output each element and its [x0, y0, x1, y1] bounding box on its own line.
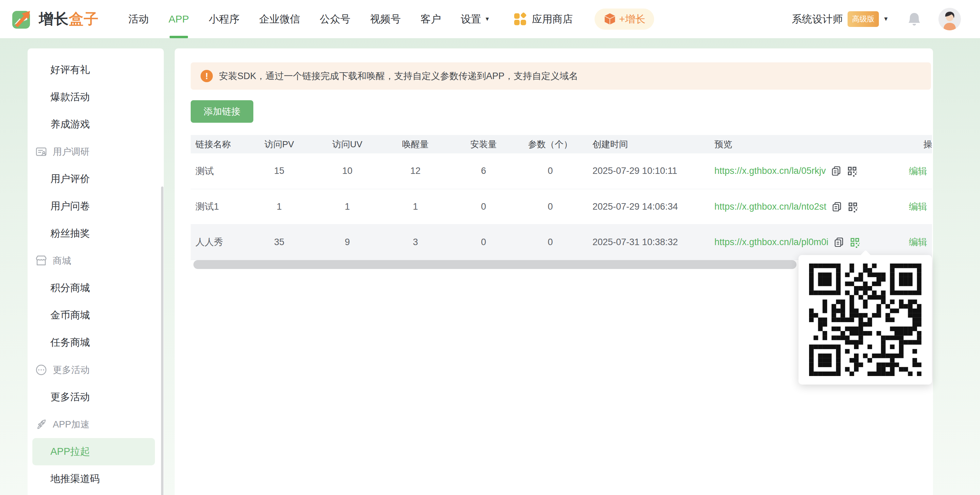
table-row: 测试 15 10 12 6 0 2025-07-29 10:10:11 http… — [191, 153, 932, 189]
sidebar-section-label: 用户调研 — [53, 145, 89, 158]
tab-huodong[interactable]: 活动 — [118, 0, 159, 38]
chevron-down-icon: ▼ — [485, 0, 490, 38]
cell-created: 2025-07-31 10:38:32 — [583, 224, 708, 260]
growth-plan-button[interactable]: +增长 — [595, 8, 654, 30]
sidebar-scrollbar-thumb[interactable] — [161, 187, 164, 495]
top-right-group: 系统设计师 高级版 ▼ — [792, 8, 961, 30]
col-header-name: 链接名称 — [191, 135, 245, 153]
edit-link[interactable]: 编辑 — [909, 237, 927, 247]
brand-name: 增长盒子 — [39, 9, 99, 29]
preview-link[interactable]: https://x.gthbox.cn/la/05rkjv — [714, 166, 826, 176]
app-store-entry[interactable]: 应用商店 — [514, 12, 573, 26]
sidebar-section-more: 更多活动 — [28, 356, 164, 383]
tab-official-account[interactable]: 公众号 — [310, 0, 360, 38]
edit-link[interactable]: 编辑 — [909, 166, 927, 176]
col-header-wake: 唤醒量 — [381, 135, 449, 153]
tab-miniprogram[interactable]: 小程序 — [199, 0, 249, 38]
sidebar-item-renwu-mall[interactable]: 任务商城 — [28, 329, 164, 356]
cell-name: 测试1 — [191, 189, 245, 224]
cell-name: 测试 — [191, 153, 245, 189]
col-header-params: 参数（个） — [518, 135, 583, 153]
cell-uv: 9 — [313, 224, 381, 260]
sdk-info-banner: ! 安装SDK，通过一个链接完成下载和唤醒，支持自定义参数传递到APP，支持自定… — [191, 62, 931, 89]
col-header-action: 操作 — [899, 135, 932, 153]
tab-app[interactable]: APP — [159, 0, 199, 38]
sidebar-item-jifen-mall[interactable]: 积分商城 — [28, 275, 164, 302]
brand-logo-icon — [12, 10, 31, 29]
avatar-illustration — [939, 8, 961, 30]
copy-icon[interactable] — [833, 236, 845, 248]
links-table: 链接名称 访问PV 访问UV 唤醒量 安装量 参数（个） 创建时间 预览 操作 … — [191, 135, 932, 260]
table-row: 人人秀 35 9 3 0 0 2025-07-31 10:38:32 https… — [191, 224, 932, 260]
tab-wecom[interactable]: 企业微信 — [249, 0, 310, 38]
sidebar-section-mall: 商城 — [28, 247, 164, 275]
cell-wake: 12 — [381, 153, 449, 189]
brand-logo[interactable]: 增长盒子 — [12, 9, 99, 29]
sidebar-item-app-laqi[interactable]: APP拉起 — [32, 438, 155, 465]
col-header-preview: 预览 — [708, 135, 899, 153]
cell-created: 2025-07-29 14:06:34 — [583, 189, 708, 224]
sidebar: 好评有礼 爆款活动 养成游戏 用户调研 用户评价 用户问卷 粉丝抽奖 商城 积分… — [28, 48, 164, 495]
copy-icon[interactable] — [831, 201, 842, 212]
sidebar-section-label: 更多活动 — [53, 364, 89, 376]
table-row: 测试1 1 1 1 0 0 2025-07-29 14:06:34 https:… — [191, 189, 932, 224]
sidebar-item-pingjia[interactable]: 用户评价 — [28, 165, 164, 193]
cell-pv: 15 — [245, 153, 313, 189]
app-store-label: 应用商店 — [532, 12, 573, 26]
cell-uv: 10 — [313, 153, 381, 189]
sidebar-item-more-activities[interactable]: 更多活动 — [28, 383, 164, 411]
table-header-row: 链接名称 访问PV 访问UV 唤醒量 安装量 参数（个） 创建时间 预览 操作 — [191, 135, 932, 153]
sidebar-section-app-speed: APP加速 — [28, 411, 164, 438]
qr-popover — [799, 255, 932, 385]
notification-bell-icon[interactable] — [907, 11, 921, 27]
growth-plan-label: +增长 — [619, 12, 646, 26]
preview-link[interactable]: https://x.gthbox.cn/la/pl0m0i — [714, 237, 829, 248]
copy-icon[interactable] — [830, 165, 842, 177]
plan-badge: 高级版 — [848, 11, 879, 27]
sidebar-item-wenjuan[interactable]: 用户问卷 — [28, 193, 164, 220]
top-nav: 活动 APP 小程序 企业微信 公众号 视频号 客户 设置 ▼ — [118, 0, 500, 38]
chevron-down-icon: ▼ — [883, 16, 889, 22]
more-icon — [35, 364, 47, 376]
qrcode-icon[interactable] — [847, 201, 858, 212]
tab-settings[interactable]: 设置 ▼ — [451, 0, 500, 38]
cell-wake: 1 — [381, 189, 449, 224]
app-store-icon — [514, 12, 527, 26]
avatar[interactable] — [939, 8, 961, 30]
sidebar-item-ditui-code[interactable]: 地推渠道码 — [28, 465, 164, 493]
warning-icon: ! — [200, 70, 213, 82]
shop-icon — [35, 255, 47, 267]
sidebar-item-baokuan[interactable]: 爆款活动 — [28, 83, 164, 111]
sidebar-item-jinbi-mall[interactable]: 金币商城 — [28, 302, 164, 329]
links-table-wrap: 链接名称 访问PV 访问UV 唤醒量 安装量 参数（个） 创建时间 预览 操作 … — [191, 135, 932, 260]
tab-settings-label: 设置 — [461, 0, 481, 38]
cube-icon — [603, 13, 616, 26]
sidebar-item-choujiang[interactable]: 粉丝抽奖 — [28, 220, 164, 247]
col-header-created: 创建时间 — [583, 135, 708, 153]
banner-text: 安装SDK，通过一个链接完成下载和唤醒，支持自定义参数传递到APP，支持自定义域… — [219, 70, 578, 82]
preview-link[interactable]: https://x.gthbox.cn/la/nto2st — [714, 201, 826, 212]
cell-name: 人人秀 — [191, 224, 245, 260]
sidebar-section-label: 商城 — [53, 255, 71, 267]
qrcode-icon[interactable] — [846, 165, 858, 177]
cell-install: 0 — [449, 224, 518, 260]
cell-uv: 1 — [313, 189, 381, 224]
account-menu[interactable]: 系统设计师 高级版 ▼ — [792, 11, 889, 27]
sidebar-item-yangcheng[interactable]: 养成游戏 — [28, 111, 164, 138]
col-header-pv: 访问PV — [245, 135, 313, 153]
qrcode-icon-active[interactable] — [849, 236, 861, 248]
tab-customers[interactable]: 客户 — [410, 0, 451, 38]
edit-link[interactable]: 编辑 — [909, 201, 927, 212]
cell-created: 2025-07-29 10:10:11 — [583, 153, 708, 189]
cell-params: 0 — [518, 153, 583, 189]
qr-code — [809, 263, 921, 376]
cell-install: 0 — [449, 189, 518, 224]
add-link-button[interactable]: 添加链接 — [191, 100, 253, 123]
cell-params: 0 — [518, 189, 583, 224]
cell-pv: 1 — [245, 189, 313, 224]
cell-wake: 3 — [381, 224, 449, 260]
horizontal-scrollbar-thumb[interactable] — [193, 260, 797, 269]
tab-video-account[interactable]: 视频号 — [360, 0, 410, 38]
cell-params: 0 — [518, 224, 583, 260]
sidebar-item-haoping[interactable]: 好评有礼 — [28, 56, 164, 83]
